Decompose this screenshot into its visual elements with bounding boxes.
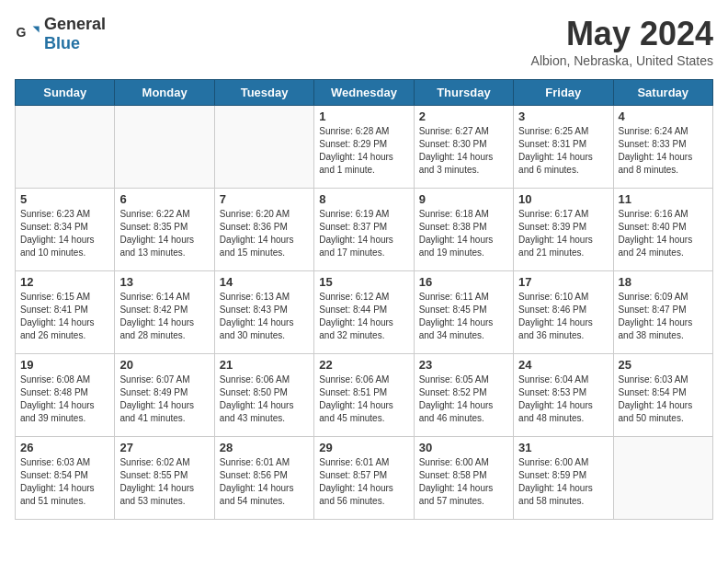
day-header-thursday: Thursday (414, 80, 513, 106)
calendar-cell: 21Sunrise: 6:06 AMSunset: 8:50 PMDayligh… (214, 354, 313, 437)
day-header-monday: Monday (115, 80, 214, 106)
cell-info: Sunrise: 6:24 AMSunset: 8:33 PMDaylight:… (619, 125, 708, 177)
calendar-cell: 4Sunrise: 6:24 AMSunset: 8:33 PMDaylight… (613, 106, 712, 189)
day-number: 3 (518, 109, 608, 123)
cell-info: Sunrise: 6:12 AMSunset: 8:44 PMDaylight:… (319, 291, 408, 342)
day-header-saturday: Saturday (613, 80, 712, 106)
calendar-cell: 22Sunrise: 6:06 AMSunset: 8:51 PMDayligh… (314, 354, 414, 437)
calendar-cell: 19Sunrise: 6:08 AMSunset: 8:48 PMDayligh… (16, 354, 115, 437)
cell-info: Sunrise: 6:06 AMSunset: 8:51 PMDaylight:… (319, 373, 408, 425)
day-number: 2 (419, 109, 508, 123)
calendar-cell: 15Sunrise: 6:12 AMSunset: 8:44 PMDayligh… (314, 271, 414, 354)
day-number: 23 (419, 358, 508, 372)
cell-info: Sunrise: 6:11 AMSunset: 8:45 PMDaylight:… (419, 291, 508, 342)
day-number: 29 (319, 441, 408, 454)
cell-info: Sunrise: 6:08 AMSunset: 8:48 PMDaylight:… (20, 373, 109, 425)
day-number: 7 (220, 192, 309, 206)
day-number: 14 (220, 275, 309, 289)
calendar-cell: 10Sunrise: 6:17 AMSunset: 8:39 PMDayligh… (514, 189, 613, 271)
cell-info: Sunrise: 6:23 AMSunset: 8:34 PMDaylight:… (20, 208, 109, 259)
calendar-cell (214, 106, 313, 189)
cell-info: Sunrise: 6:18 AMSunset: 8:38 PMDaylight:… (419, 208, 508, 259)
logo-general: General (44, 15, 106, 33)
day-number: 24 (518, 358, 608, 372)
svg-text:G: G (16, 25, 26, 40)
day-number: 17 (518, 275, 608, 289)
calendar-cell: 31Sunrise: 6:00 AMSunset: 8:59 PMDayligh… (514, 437, 613, 520)
day-number: 15 (319, 275, 408, 289)
calendar-cell: 14Sunrise: 6:13 AMSunset: 8:43 PMDayligh… (214, 271, 313, 354)
week-row-4: 19Sunrise: 6:08 AMSunset: 8:48 PMDayligh… (16, 354, 713, 437)
day-number: 31 (518, 441, 608, 454)
cell-info: Sunrise: 6:06 AMSunset: 8:50 PMDaylight:… (220, 373, 309, 425)
calendar-cell: 8Sunrise: 6:19 AMSunset: 8:37 PMDaylight… (314, 189, 414, 271)
day-number: 16 (419, 275, 508, 289)
cell-info: Sunrise: 6:25 AMSunset: 8:31 PMDaylight:… (518, 125, 608, 177)
week-row-5: 26Sunrise: 6:03 AMSunset: 8:54 PMDayligh… (16, 437, 713, 520)
cell-info: Sunrise: 6:14 AMSunset: 8:42 PMDaylight:… (119, 291, 209, 342)
week-row-3: 12Sunrise: 6:15 AMSunset: 8:41 PMDayligh… (16, 271, 713, 354)
svg-marker-1 (33, 27, 40, 33)
day-number: 26 (20, 441, 109, 454)
day-number: 1 (319, 109, 408, 123)
logo-icon: G (15, 21, 40, 47)
day-number: 4 (619, 109, 708, 123)
day-number: 19 (20, 358, 109, 372)
cell-info: Sunrise: 6:01 AMSunset: 8:56 PMDaylight:… (220, 456, 309, 508)
calendar-cell: 13Sunrise: 6:14 AMSunset: 8:42 PMDayligh… (115, 271, 214, 354)
day-header-tuesday: Tuesday (214, 80, 313, 106)
day-number: 28 (220, 441, 309, 454)
calendar-cell: 26Sunrise: 6:03 AMSunset: 8:54 PMDayligh… (16, 437, 115, 520)
day-number: 10 (518, 192, 608, 206)
page-header: G General Blue May 2024 Albion, Nebraska… (15, 15, 713, 68)
day-number: 18 (619, 275, 708, 289)
cell-info: Sunrise: 6:04 AMSunset: 8:53 PMDaylight:… (518, 373, 608, 425)
day-number: 27 (119, 441, 209, 454)
calendar-cell: 24Sunrise: 6:04 AMSunset: 8:53 PMDayligh… (514, 354, 613, 437)
calendar-cell: 23Sunrise: 6:05 AMSunset: 8:52 PMDayligh… (414, 354, 513, 437)
cell-info: Sunrise: 6:10 AMSunset: 8:46 PMDaylight:… (518, 291, 608, 342)
calendar-cell (613, 437, 712, 520)
location: Albion, Nebraska, United States (531, 53, 713, 68)
month-title: May 2024 (531, 15, 713, 53)
calendar-cell: 12Sunrise: 6:15 AMSunset: 8:41 PMDayligh… (16, 271, 115, 354)
calendar-cell: 27Sunrise: 6:02 AMSunset: 8:55 PMDayligh… (115, 437, 214, 520)
calendar-cell: 17Sunrise: 6:10 AMSunset: 8:46 PMDayligh… (514, 271, 613, 354)
day-number: 11 (619, 192, 708, 206)
cell-info: Sunrise: 6:09 AMSunset: 8:47 PMDaylight:… (619, 291, 708, 342)
cell-info: Sunrise: 6:28 AMSunset: 8:29 PMDaylight:… (319, 125, 408, 177)
logo: G General Blue (15, 15, 106, 53)
day-number: 20 (119, 358, 209, 372)
day-number: 8 (319, 192, 408, 206)
calendar-cell: 18Sunrise: 6:09 AMSunset: 8:47 PMDayligh… (613, 271, 712, 354)
calendar-body: 1Sunrise: 6:28 AMSunset: 8:29 PMDaylight… (16, 106, 713, 520)
cell-info: Sunrise: 6:02 AMSunset: 8:55 PMDaylight:… (119, 456, 209, 508)
day-number: 25 (619, 358, 708, 372)
calendar-cell: 3Sunrise: 6:25 AMSunset: 8:31 PMDaylight… (514, 106, 613, 189)
header-row: SundayMondayTuesdayWednesdayThursdayFrid… (16, 80, 713, 106)
calendar-cell: 16Sunrise: 6:11 AMSunset: 8:45 PMDayligh… (414, 271, 513, 354)
calendar-header: SundayMondayTuesdayWednesdayThursdayFrid… (16, 80, 713, 106)
calendar-cell: 7Sunrise: 6:20 AMSunset: 8:36 PMDaylight… (214, 189, 313, 271)
day-header-wednesday: Wednesday (314, 80, 414, 106)
cell-info: Sunrise: 6:07 AMSunset: 8:49 PMDaylight:… (119, 373, 209, 425)
logo-blue: Blue (44, 34, 80, 52)
calendar-cell: 29Sunrise: 6:01 AMSunset: 8:57 PMDayligh… (314, 437, 414, 520)
cell-info: Sunrise: 6:27 AMSunset: 8:30 PMDaylight:… (419, 125, 508, 177)
calendar-cell (115, 106, 214, 189)
day-number: 12 (20, 275, 109, 289)
calendar-cell: 6Sunrise: 6:22 AMSunset: 8:35 PMDaylight… (115, 189, 214, 271)
day-header-friday: Friday (514, 80, 613, 106)
day-number: 5 (20, 192, 109, 206)
cell-info: Sunrise: 6:00 AMSunset: 8:59 PMDaylight:… (518, 456, 608, 508)
cell-info: Sunrise: 6:00 AMSunset: 8:58 PMDaylight:… (419, 456, 508, 508)
cell-info: Sunrise: 6:20 AMSunset: 8:36 PMDaylight:… (220, 208, 309, 259)
calendar-cell: 25Sunrise: 6:03 AMSunset: 8:54 PMDayligh… (613, 354, 712, 437)
calendar-cell: 2Sunrise: 6:27 AMSunset: 8:30 PMDaylight… (414, 106, 513, 189)
calendar-cell: 28Sunrise: 6:01 AMSunset: 8:56 PMDayligh… (214, 437, 313, 520)
calendar-cell: 9Sunrise: 6:18 AMSunset: 8:38 PMDaylight… (414, 189, 513, 271)
cell-info: Sunrise: 6:03 AMSunset: 8:54 PMDaylight:… (20, 456, 109, 508)
cell-info: Sunrise: 6:16 AMSunset: 8:40 PMDaylight:… (619, 208, 708, 259)
day-number: 30 (419, 441, 508, 454)
day-number: 9 (419, 192, 508, 206)
